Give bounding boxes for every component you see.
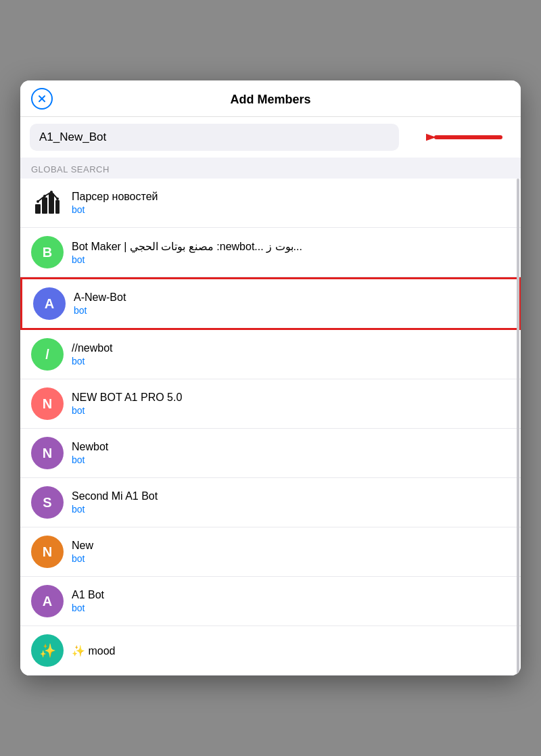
item-name: Newbot <box>72 441 108 453</box>
list-item[interactable]: / //newbot bot <box>20 330 521 379</box>
modal-header: Add Members <box>20 80 521 117</box>
item-text: Парсер новостей bot <box>72 191 158 215</box>
item-sub: bot <box>72 356 112 367</box>
item-name: ✨ mood <box>72 644 115 657</box>
results-list: Парсер новостей bot B Bot Maker | مصنع ب… <box>20 179 521 676</box>
avatar-letter: ✨ <box>39 642 56 659</box>
red-arrow-icon <box>426 124 507 151</box>
svg-rect-7 <box>55 200 60 214</box>
item-name: A1 Bot <box>72 589 104 601</box>
avatar-letter: A <box>45 296 54 312</box>
add-members-modal: Add Members GLOBAL SEARCH <box>20 80 521 676</box>
avatar: ✨ <box>31 634 64 667</box>
item-sub: bot <box>74 305 126 316</box>
item-name: Second Mi A1 Bot <box>72 490 158 502</box>
item-sub: bot <box>72 204 158 215</box>
modal-title: Add Members <box>230 93 310 107</box>
svg-point-9 <box>43 195 46 197</box>
svg-point-8 <box>37 200 39 203</box>
avatar-letter: S <box>43 495 51 511</box>
avatar-letter: N <box>43 544 52 560</box>
svg-rect-5 <box>42 197 47 214</box>
item-name: Парсер новостей <box>72 191 158 203</box>
list-item[interactable]: ✨ ✨ mood <box>20 626 521 676</box>
item-sub: bot <box>72 254 302 265</box>
avatar: A <box>31 585 64 617</box>
item-name: A-New-Bot <box>74 291 126 304</box>
avatar: N <box>31 387 64 420</box>
close-icon <box>37 93 47 104</box>
svg-rect-4 <box>35 204 41 214</box>
item-text: Newbot bot <box>72 441 108 465</box>
section-label: GLOBAL SEARCH <box>20 158 521 179</box>
avatar-letter: A <box>43 594 52 609</box>
item-name: //newbot <box>72 342 112 354</box>
avatar-letter: N <box>43 396 52 412</box>
item-text: Bot Maker | مصنع بوتات الحجي :newbot... … <box>72 240 302 265</box>
avatar: / <box>31 338 64 371</box>
list-item[interactable]: Парсер новостей bot <box>20 179 521 228</box>
svg-rect-6 <box>49 193 54 214</box>
item-name: Bot Maker | مصنع بوتات الحجي :newbot... … <box>72 240 302 253</box>
item-text: New bot <box>72 540 93 564</box>
search-container <box>20 117 521 158</box>
item-text: A1 Bot bot <box>72 589 104 613</box>
avatar: A <box>33 287 66 320</box>
svg-point-11 <box>56 197 59 200</box>
list-item[interactable]: A A-New-Bot bot <box>20 277 521 330</box>
close-button[interactable] <box>31 88 53 110</box>
item-sub: bot <box>72 603 104 613</box>
avatar: B <box>31 236 64 268</box>
modal-body: Парсер новостей bot B Bot Maker | مصنع ب… <box>20 179 521 676</box>
item-text: Second Mi A1 Bot bot <box>72 490 158 515</box>
list-item[interactable]: N Newbot bot <box>20 429 521 478</box>
scrollbar[interactable] <box>517 179 519 676</box>
item-sub: bot <box>72 504 158 515</box>
item-text: //newbot bot <box>72 342 112 367</box>
item-text: ✨ mood <box>72 644 115 657</box>
avatar-letter: B <box>43 245 52 260</box>
avatar: N <box>31 536 64 568</box>
item-sub: bot <box>72 405 182 416</box>
list-item[interactable]: A A1 Bot bot <box>20 577 521 626</box>
avatar-letter: N <box>43 446 52 461</box>
item-name: New <box>72 540 93 552</box>
item-text: NEW BOT A1 PRO 5.0 bot <box>72 392 182 416</box>
item-sub: bot <box>72 454 108 465</box>
svg-point-10 <box>50 191 53 193</box>
avatar-letter: / <box>45 347 49 362</box>
item-sub: bot <box>72 553 93 564</box>
search-input[interactable] <box>30 124 399 151</box>
avatar: S <box>31 486 64 519</box>
item-name: NEW BOT A1 PRO 5.0 <box>72 392 182 404</box>
list-item[interactable]: N NEW BOT A1 PRO 5.0 bot <box>20 379 521 429</box>
list-item[interactable]: S Second Mi A1 Bot bot <box>20 478 521 527</box>
list-item[interactable]: B Bot Maker | مصنع بوتات الحجي :newbot..… <box>20 228 521 277</box>
chart-bars-icon <box>32 188 62 218</box>
avatar <box>31 187 64 219</box>
avatar: N <box>31 437 64 469</box>
list-item[interactable]: N New bot <box>20 527 521 577</box>
item-text: A-New-Bot bot <box>74 291 126 316</box>
